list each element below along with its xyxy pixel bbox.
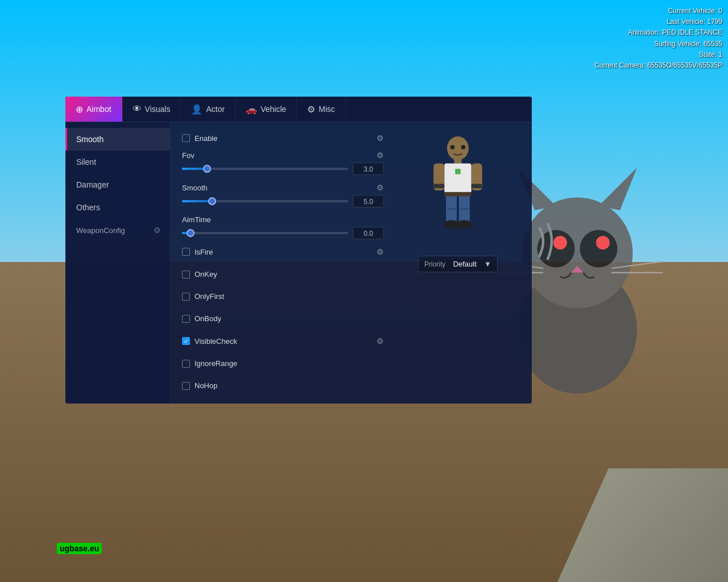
aimtime-label: AimTime <box>182 215 211 224</box>
nohop-label: NoHop <box>195 381 384 390</box>
onbody-checkbox[interactable] <box>182 315 190 323</box>
controls-section: Enable ⚙ Fov ⚙ <box>182 134 520 404</box>
enable-settings-gear-icon[interactable]: ⚙ <box>377 134 384 143</box>
onbody-label: OnBody <box>195 314 384 323</box>
actor-icon: 👤 <box>191 104 202 115</box>
aimtime-slider-thumb[interactable] <box>187 229 195 237</box>
fov-label: Fov <box>182 151 195 160</box>
tab-aimbot-label: Aimbot <box>86 105 111 114</box>
svg-rect-14 <box>454 158 461 164</box>
main-content-area: Enable ⚙ Fov ⚙ <box>171 122 532 404</box>
smooth-slider-fill <box>182 200 212 202</box>
tab-visuals[interactable]: 👁 Visuals <box>122 97 181 122</box>
checkbox-list: IsFire ⚙ OnKey OnlyFirst <box>182 247 384 404</box>
weapon-config-gear-icon: ⚙ <box>154 226 161 235</box>
hud-camera: Current Camera: 65535O/65535V/65535P <box>594 60 722 71</box>
tab-actor[interactable]: 👤 Actor <box>181 97 235 122</box>
priority-value: Default <box>453 260 477 268</box>
ignorerange-row: IgnoreRange <box>182 359 384 368</box>
hud-info: Current Vehicle: 0 Last Vehicle: 1799 An… <box>594 6 722 71</box>
watermark: ugbase.eu <box>57 543 102 554</box>
fov-slider-value: 3.0 <box>353 163 384 175</box>
vehicle-icon: 🚗 <box>246 104 257 115</box>
dropdown-arrow-icon: ▼ <box>484 260 491 268</box>
aimbot-icon: ⊕ <box>76 104 83 115</box>
isfire-settings-gear-icon[interactable]: ⚙ <box>377 247 384 256</box>
tab-misc-label: Misc <box>318 105 335 114</box>
visiblecheck-label: VisibleCheck <box>195 337 372 346</box>
fov-settings-gear-icon[interactable]: ⚙ <box>377 151 384 160</box>
sidebar-item-silent[interactable]: Silent <box>65 151 170 173</box>
smooth-slider-thumb[interactable] <box>208 197 216 205</box>
smooth-slider-value: 5.0 <box>353 195 384 207</box>
onkey-row: OnKey <box>182 270 384 278</box>
aimtime-slider-group: AimTime 0.0 <box>182 215 384 239</box>
onkey-checkbox[interactable] <box>182 271 190 278</box>
hud-animation: Animation: PED IDLE STANCE <box>594 27 722 38</box>
svg-point-24 <box>444 220 459 228</box>
svg-point-7 <box>596 236 610 250</box>
fov-slider-container: 3.0 <box>182 163 384 175</box>
aimtime-slider-container: 0.0 <box>182 227 384 239</box>
svg-rect-15 <box>444 164 471 193</box>
hud-surfing-vehicle: Surfing Vehicle: 65535 <box>594 39 722 49</box>
fov-slider-group: Fov ⚙ 3.0 <box>182 151 384 175</box>
tab-visuals-label: Visuals <box>145 105 171 114</box>
controls-right: Priority Default ▼ <box>395 134 520 404</box>
svg-point-13 <box>447 136 469 160</box>
priority-label: Priority <box>424 260 445 268</box>
ignorerange-checkbox[interactable] <box>182 360 190 368</box>
priority-dropdown[interactable]: Priority Default ▼ <box>418 256 498 272</box>
tab-aimbot[interactable]: ⊕ Aimbot <box>65 97 122 122</box>
tab-bar: ⊕ Aimbot 👁 Visuals 👤 Actor 🚗 Vehicle ⚙ M… <box>65 97 532 122</box>
svg-point-26 <box>450 145 455 149</box>
tab-vehicle-label: Vehicle <box>260 105 286 114</box>
smooth-slider-group: Smooth ⚙ 5.0 <box>182 183 384 207</box>
smooth-settings-gear-icon[interactable]: ⚙ <box>377 183 384 192</box>
onlyfirst-row: OnlyFirst <box>182 292 384 301</box>
visiblecheck-settings-gear-icon[interactable]: ⚙ <box>377 336 384 346</box>
sidebar-weapon-config[interactable]: WeaponConfig ⚙ <box>65 219 170 242</box>
smooth-slider-container: 5.0 <box>182 195 384 207</box>
main-panel: ⊕ Aimbot 👁 Visuals 👤 Actor 🚗 Vehicle ⚙ M… <box>65 97 532 404</box>
character-svg <box>424 136 492 244</box>
enable-row: Enable ⚙ <box>182 134 384 143</box>
onbody-row: OnBody <box>182 314 384 323</box>
svg-point-6 <box>553 236 567 250</box>
aimtime-slider-track[interactable] <box>182 232 348 234</box>
visiblecheck-checkbox[interactable] <box>182 337 190 345</box>
nohop-checkbox[interactable] <box>182 382 190 390</box>
content-area: Smooth Silent Damager Others WeaponConfi… <box>65 122 532 404</box>
sidebar-item-others[interactable]: Others <box>65 196 170 219</box>
sidebar-item-smooth[interactable]: Smooth <box>65 128 170 151</box>
controls-left: Enable ⚙ Fov ⚙ <box>182 134 384 404</box>
hud-current-vehicle: Current Vehicle: 0 <box>594 6 722 16</box>
svg-rect-20 <box>471 184 482 189</box>
svg-rect-16 <box>455 169 461 174</box>
smooth-slider-track[interactable] <box>182 200 348 202</box>
isfire-checkbox[interactable] <box>182 248 190 256</box>
tab-vehicle[interactable]: 🚗 Vehicle <box>235 97 297 122</box>
visuals-icon: 👁 <box>133 104 142 114</box>
svg-rect-29 <box>460 207 469 210</box>
fov-slider-track[interactable] <box>182 168 348 170</box>
tab-actor-label: Actor <box>206 105 225 114</box>
onlyfirst-checkbox[interactable] <box>182 293 190 301</box>
svg-marker-3 <box>599 168 638 210</box>
svg-point-27 <box>461 145 466 149</box>
isfire-label: IsFire <box>195 248 372 256</box>
ignorerange-label: IgnoreRange <box>195 359 384 368</box>
onlyfirst-label: OnlyFirst <box>195 292 384 301</box>
enable-checkbox[interactable] <box>182 134 190 142</box>
fov-slider-thumb[interactable] <box>203 165 211 173</box>
misc-icon: ⚙ <box>307 104 315 115</box>
onkey-label: OnKey <box>195 270 384 278</box>
character-model <box>412 134 503 247</box>
visiblecheck-row: VisibleCheck ⚙ <box>182 336 384 346</box>
enable-label: Enable <box>195 134 372 143</box>
hud-last-vehicle: Last Vehicle: 1799 <box>594 16 722 27</box>
svg-rect-19 <box>433 184 444 189</box>
isfire-row: IsFire ⚙ <box>182 247 384 256</box>
sidebar-item-damager[interactable]: Damager <box>65 173 170 196</box>
tab-misc[interactable]: ⚙ Misc <box>297 97 346 122</box>
